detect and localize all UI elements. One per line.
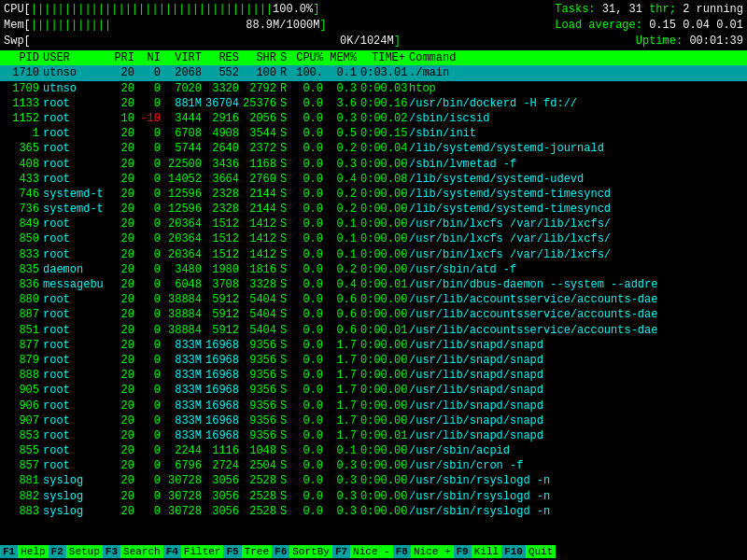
- state: S: [280, 96, 293, 111]
- user: root: [43, 96, 110, 111]
- virt: 12596: [164, 202, 205, 217]
- footer-item[interactable]: F10Quit: [501, 545, 556, 558]
- pid: 853: [4, 428, 43, 443]
- table-row[interactable]: 881 syslog 20 0 30728 3056 2528 S 0.0 0.…: [0, 473, 747, 488]
- shr: 1412: [243, 217, 280, 231]
- footer-label: Tree: [242, 545, 272, 558]
- shr: 3328: [243, 277, 280, 292]
- table-row[interactable]: 850 root 20 0 20364 1512 1412 S 0.0 0.1 …: [0, 231, 747, 246]
- mem-val: 88.9M/1000M: [246, 19, 319, 32]
- pri: 20: [110, 307, 138, 322]
- time: 0:00.00: [360, 262, 409, 277]
- table-row[interactable]: 849 root 20 0 20364 1512 1412 S 0.0 0.1 …: [0, 217, 747, 231]
- shr: 9356: [243, 338, 280, 353]
- ni: 0: [138, 96, 164, 111]
- footer-item[interactable]: F5Tree: [223, 545, 272, 558]
- table-row[interactable]: 1 root 20 0 6708 4908 3544 S 0.0 0.5 0:0…: [0, 126, 747, 141]
- shr: 5404: [243, 323, 280, 338]
- col-header-mem: MEM%: [327, 51, 360, 64]
- table-row[interactable]: 833 root 20 0 20364 1512 1412 S 0.0 0.1 …: [0, 247, 747, 262]
- shr: 9356: [243, 428, 280, 443]
- state: S: [280, 247, 293, 262]
- table-row[interactable]: 408 root 20 0 22500 3436 1168 S 0.0 0.3 …: [0, 157, 747, 172]
- table-row[interactable]: 877 root 20 0 833M 16968 9356 S 0.0 1.7 …: [0, 338, 747, 353]
- footer-label: Setup: [66, 545, 103, 558]
- cpu: 0.0: [293, 353, 327, 368]
- table-row[interactable]: 836 messagebu 20 0 6048 3708 3328 S 0.0 …: [0, 277, 747, 292]
- pid: 365: [4, 141, 43, 156]
- table-row[interactable]: 882 syslog 20 0 30728 3056 2528 S 0.0 0.…: [0, 489, 747, 504]
- cpu: 0.0: [293, 292, 327, 307]
- pid: 1133: [4, 96, 43, 111]
- mem: 0.1: [327, 65, 360, 80]
- table-row[interactable]: 906 root 20 0 833M 16968 9356 S 0.0 1.7 …: [0, 399, 747, 413]
- virt: 14052: [164, 172, 205, 187]
- pri: 20: [110, 338, 138, 353]
- cpu-info: CPU[||||||||||||||||||||||||||||||||||||…: [4, 2, 319, 18]
- cpu: 0.0: [293, 231, 327, 246]
- user: syslog: [43, 489, 110, 504]
- footer-item[interactable]: F3Search: [103, 545, 163, 558]
- table-row[interactable]: 883 syslog 20 0 30728 3056 2528 S 0.0 0.…: [0, 504, 747, 519]
- footer-item[interactable]: F6SortBy: [272, 545, 332, 558]
- table-row[interactable]: 1133 root 20 0 881M 36704 25376 S 0.0 3.…: [0, 96, 747, 111]
- table-row[interactable]: 851 root 20 0 38884 5912 5404 S 0.0 0.6 …: [0, 323, 747, 338]
- footer-item[interactable]: F4Filter: [163, 545, 224, 558]
- table-row[interactable]: 857 root 20 0 6796 2724 2504 S 0.0 0.3 0…: [0, 458, 747, 473]
- pid: 888: [4, 368, 43, 383]
- ni: 0: [138, 247, 164, 262]
- footer-label: Kill: [472, 545, 501, 558]
- table-row[interactable]: 433 root 20 0 14052 3664 2760 S 0.0 0.4 …: [0, 172, 747, 187]
- cmd: /usr/sbin/acpid: [409, 443, 743, 458]
- shr: 2056: [243, 111, 280, 126]
- footer-item[interactable]: F1Help: [0, 545, 49, 558]
- table-row[interactable]: 879 root 20 0 833M 16968 9356 S 0.0 1.7 …: [0, 353, 747, 368]
- pid: 887: [4, 307, 43, 322]
- pri: 20: [110, 428, 138, 443]
- col-header-user: USER: [43, 51, 110, 64]
- table-row[interactable]: 365 root 20 0 5744 2640 2372 S 0.0 0.2 0…: [0, 141, 747, 156]
- user: syslog: [43, 504, 110, 519]
- footer-item[interactable]: F8Nice +: [393, 545, 454, 558]
- pid: 905: [4, 383, 43, 398]
- mem: 1.7: [327, 399, 360, 413]
- cpu-pct: 100.0%: [273, 3, 313, 16]
- footer-label: Filter: [181, 545, 224, 558]
- table-row[interactable]: 1710 utnso 20 0 2068 552 100 R 100. 0.1 …: [0, 65, 747, 80]
- col-header-pid: PID: [4, 51, 43, 64]
- mem: 1.7: [327, 368, 360, 383]
- table-row[interactable]: 835 daemon 20 0 3480 1980 1816 S 0.0 0.2…: [0, 262, 747, 277]
- cpu: 0.0: [293, 277, 327, 292]
- footer-label: SortBy: [289, 545, 332, 558]
- table-row[interactable]: 855 root 20 0 2244 1116 1048 S 0.0 0.1 0…: [0, 443, 747, 458]
- table-row[interactable]: 746 systemd-t 20 0 12596 2328 2144 S 0.0…: [0, 187, 747, 202]
- pri: 20: [110, 489, 138, 504]
- cmd: /sbin/iscsid: [409, 111, 743, 126]
- footer-item[interactable]: F7Nice -: [332, 545, 393, 558]
- col-header-shr: SHR: [243, 51, 280, 64]
- footer-item[interactable]: F2Setup: [49, 545, 103, 558]
- pid: 746: [4, 187, 43, 202]
- table-row[interactable]: 880 root 20 0 38884 5912 5404 S 0.0 0.6 …: [0, 292, 747, 307]
- table-row[interactable]: 1709 utnso 20 0 7020 3320 2792 R 0.0 0.3…: [0, 81, 747, 96]
- pid: 883: [4, 504, 43, 519]
- table-row[interactable]: 853 root 20 0 833M 16968 9356 S 0.0 1.7 …: [0, 428, 747, 443]
- time: 0:00.00: [360, 399, 409, 413]
- table-row[interactable]: 905 root 20 0 833M 16968 9356 S 0.0 1.7 …: [0, 383, 747, 398]
- footer-item[interactable]: F9Kill: [454, 545, 502, 558]
- shr: 2144: [243, 202, 280, 217]
- res: 2328: [205, 187, 243, 202]
- time: 0:00.00: [360, 157, 409, 172]
- table-row[interactable]: 1152 root 10 -10 3444 2916 2056 S 0.0 0.…: [0, 111, 747, 126]
- state: S: [280, 428, 293, 443]
- table-row[interactable]: 887 root 20 0 38884 5912 5404 S 0.0 0.6 …: [0, 307, 747, 322]
- cmd: /usr/lib/snapd/snapd: [409, 383, 743, 398]
- table-row[interactable]: 736 systemd-t 20 0 12596 2328 2144 S 0.0…: [0, 202, 747, 217]
- footer-label: Help: [18, 545, 48, 558]
- user: root: [43, 172, 110, 187]
- table-row[interactable]: 888 root 20 0 833M 16968 9356 S 0.0 1.7 …: [0, 368, 747, 383]
- table-row[interactable]: 907 root 20 0 833M 16968 9356 S 0.0 1.7 …: [0, 413, 747, 428]
- cpu: 0.0: [293, 217, 327, 231]
- shr: 2528: [243, 473, 280, 488]
- pri: 20: [110, 473, 138, 488]
